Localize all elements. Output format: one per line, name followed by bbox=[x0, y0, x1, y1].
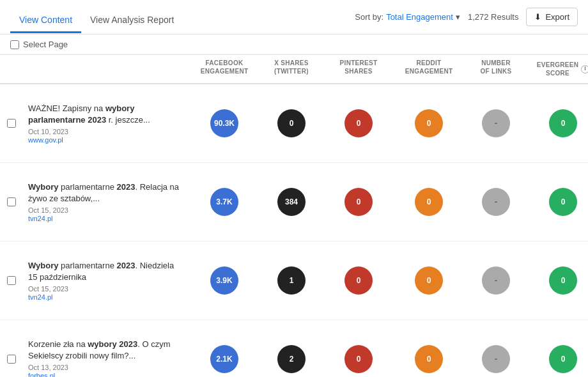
header: View Content View Analysis Report Sort b… bbox=[0, 0, 588, 35]
facebook-metric: 3.9K bbox=[189, 266, 259, 295]
evergreen-metric: 0 bbox=[528, 345, 588, 373]
evergreen-metric: 0 bbox=[528, 188, 588, 216]
title-cell: Wybory parlamentarne 2023. Relacja na ży… bbox=[23, 181, 189, 222]
title-cell: WAŻNE! Zapisny na wybory parlamentarne 2… bbox=[23, 103, 189, 144]
table-row: Korzenie zła na wybory 2023. O czym Seki… bbox=[0, 320, 588, 377]
title-text: Wybory parlamentarne 2023. Relacja na ży… bbox=[28, 181, 184, 204]
row-checkbox[interactable] bbox=[7, 355, 16, 364]
header-right: Sort by: Total Engagement ▾ 1,272 Result… bbox=[355, 8, 578, 34]
xshares-metric: 1 bbox=[259, 266, 323, 295]
export-button[interactable]: ⬇ Export bbox=[526, 8, 578, 26]
results-count: 1,272 Results bbox=[468, 12, 519, 22]
reddit-metric: 0 bbox=[394, 266, 464, 295]
row-date: Oct 13, 2023 bbox=[28, 364, 184, 371]
links-metric: - bbox=[464, 188, 528, 216]
title-text: WAŻNE! Zapisny na wybory parlamentarne 2… bbox=[28, 103, 184, 126]
xshares-metric: 384 bbox=[259, 188, 323, 216]
reddit-metric: 0 bbox=[394, 188, 464, 216]
row-checkbox[interactable] bbox=[7, 197, 16, 206]
col-reddit: REDDITENGAGEMENT bbox=[394, 59, 464, 79]
facebook-metric: 2.1K bbox=[189, 345, 259, 373]
col-pinterest: PINTERESTSHARES bbox=[323, 59, 394, 79]
content-list: WAŻNE! Zapisny na wybory parlamentarne 2… bbox=[0, 84, 588, 377]
col-evergreen: EVERGREENSCORE i bbox=[528, 59, 588, 79]
info-icon[interactable]: i bbox=[581, 65, 588, 73]
row-domain[interactable]: tvn24.pl bbox=[28, 215, 184, 222]
pinterest-metric: 0 bbox=[323, 266, 394, 295]
select-page-area: Select Page bbox=[10, 40, 68, 49]
reddit-metric: 0 bbox=[394, 345, 464, 373]
row-checkbox[interactable] bbox=[7, 276, 16, 285]
table-row: WAŻNE! Zapisny na wybory parlamentarne 2… bbox=[0, 84, 588, 163]
table-row: Wybory parlamentarne 2023. Niedziela 15 … bbox=[0, 242, 588, 320]
tab-view-analysis[interactable]: View Analysis Report bbox=[81, 8, 183, 33]
title-text: Wybory parlamentarne 2023. Niedziela 15 … bbox=[28, 260, 184, 283]
pinterest-metric: 0 bbox=[323, 109, 394, 137]
row-date: Oct 15, 2023 bbox=[28, 285, 184, 293]
tab-view-content[interactable]: View Content bbox=[10, 8, 81, 33]
table-row: Wybory parlamentarne 2023. Relacja na ży… bbox=[0, 163, 588, 242]
reddit-metric: 0 bbox=[394, 109, 464, 137]
evergreen-metric: 0 bbox=[528, 109, 588, 137]
row-checkbox-cell bbox=[0, 355, 23, 364]
pinterest-metric: 0 bbox=[323, 345, 394, 373]
row-domain[interactable]: tvn24.pl bbox=[28, 293, 184, 301]
select-all-row: Select Page bbox=[0, 35, 588, 55]
table-header: FACEBOOKENGAGEMENT X SHARES(TWITTER) PIN… bbox=[0, 55, 588, 84]
col-xshares: X SHARES(TWITTER) bbox=[259, 59, 323, 79]
links-metric: - bbox=[464, 109, 528, 137]
col-links: NUMBEROF LINKS bbox=[464, 59, 528, 79]
links-metric: - bbox=[464, 345, 528, 373]
row-domain[interactable]: forbes.pl bbox=[28, 372, 184, 377]
row-domain[interactable]: www.gov.pl bbox=[28, 136, 184, 144]
evergreen-metric: 0 bbox=[528, 266, 588, 295]
col-title bbox=[23, 59, 189, 79]
row-checkbox-cell bbox=[0, 119, 23, 128]
pinterest-metric: 0 bbox=[323, 188, 394, 216]
title-text: Korzenie zła na wybory 2023. O czym Seki… bbox=[28, 339, 184, 362]
row-date: Oct 15, 2023 bbox=[28, 206, 184, 214]
title-cell: Wybory parlamentarne 2023. Niedziela 15 … bbox=[23, 260, 189, 301]
sort-value[interactable]: Total Engagement bbox=[386, 12, 453, 22]
row-checkbox-cell bbox=[0, 197, 23, 206]
sort-label: Sort by: bbox=[355, 12, 383, 22]
links-metric: - bbox=[464, 266, 528, 295]
title-cell: Korzenie zła na wybory 2023. O czym Seki… bbox=[23, 339, 189, 377]
xshares-metric: 2 bbox=[259, 345, 323, 373]
select-all-label[interactable]: Select Page bbox=[23, 40, 68, 49]
col-facebook: FACEBOOKENGAGEMENT bbox=[189, 59, 259, 79]
facebook-metric: 3.7K bbox=[189, 188, 259, 216]
sort-control[interactable]: Sort by: Total Engagement ▾ bbox=[355, 12, 460, 22]
row-date: Oct 10, 2023 bbox=[28, 128, 184, 135]
select-all-checkbox[interactable] bbox=[10, 40, 19, 49]
row-checkbox-cell bbox=[0, 276, 23, 285]
xshares-metric: 0 bbox=[259, 109, 323, 137]
facebook-metric: 90.3K bbox=[189, 109, 259, 137]
row-checkbox[interactable] bbox=[7, 119, 16, 128]
tab-bar: View Content View Analysis Report bbox=[10, 8, 183, 33]
chevron-down-icon[interactable]: ▾ bbox=[456, 12, 460, 22]
col-checkbox bbox=[0, 59, 23, 79]
download-icon: ⬇ bbox=[534, 12, 541, 22]
